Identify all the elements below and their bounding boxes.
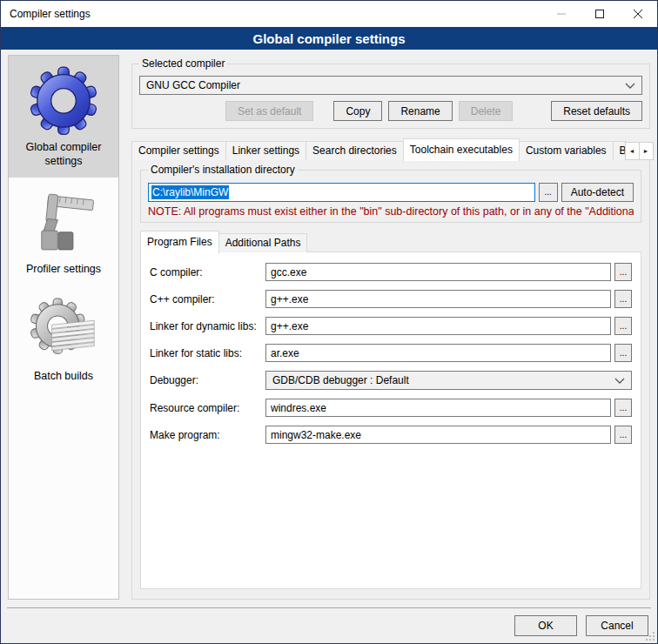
field-label: Linker for static libs: [150,347,265,359]
selected-compiler-group: Selected compiler GNU GCC Compiler Set a… [131,64,650,129]
dialog-footer: OK Cancel [7,607,651,643]
installation-note: NOTE: All programs must exist either in … [148,205,634,218]
resize-grip[interactable] [653,639,655,641]
scroll-left-icon: ◄ [629,148,635,154]
tab-scroll-left-button[interactable]: ◄ [625,142,640,160]
close-icon [634,10,642,18]
resource-compiler-input[interactable] [265,399,611,417]
compiler-settings-window: Compiler settings Global compiler settin… [0,0,658,644]
programs-notebook: Program Files Additional Paths C compile… [140,231,641,589]
compiler-button-row: Set as default Copy Rename Delete Reset … [139,101,642,121]
window-title: Compiler settings [1,8,542,20]
settings-sidebar: Global compiler settings Profiler set [8,55,119,600]
form-row-make-program: Make program: ... [150,426,632,444]
form-row-cpp-compiler: C++ compiler: ... [150,290,632,308]
dialog-body: Global compiler settings Profiler set [1,50,657,607]
c-compiler-input[interactable] [265,263,611,281]
dialog-header-title: Global compiler settings [252,31,405,46]
minimize-button[interactable] [542,1,581,27]
sidebar-item-label: Profiler settings [26,262,101,276]
field-label: C++ compiler: [150,293,265,305]
linker-static-input[interactable] [265,344,611,362]
minimize-icon [557,10,566,18]
installation-directory-legend: Compiler's installation directory [148,164,298,176]
cpp-compiler-browse-button[interactable]: ... [614,290,632,308]
tab-scroll-right-button[interactable]: ► [639,142,654,160]
installation-directory-group: Compiler's installation directory C:\ray… [140,170,641,223]
scroll-right-icon: ► [643,148,649,154]
field-label: C compiler: [150,266,265,278]
rename-button[interactable]: Rename [388,101,452,121]
toolchain-executables-page: Compiler's installation directory C:\ray… [131,159,650,600]
sidebar-item-batch-builds[interactable]: Batch builds [9,285,118,392]
debugger-select[interactable]: GDB/CDB debugger : Default [265,371,632,390]
make-program-input[interactable] [265,426,611,444]
subtab-additional-paths[interactable]: Additional Paths [218,233,308,252]
sidebar-item-label: Global compiler settings [10,140,117,169]
form-row-debugger: Debugger: GDB/CDB debugger : Default [150,371,632,390]
tab-linker-settings[interactable]: Linker settings [225,141,306,160]
field-label: Linker for dynamic libs: [150,320,265,332]
dialog-header: Global compiler settings [1,27,657,50]
close-button[interactable] [619,1,657,27]
compiler-select[interactable]: GNU GCC Compiler [139,76,642,95]
titlebar: Compiler settings [1,1,657,27]
sidebar-item-profiler-settings[interactable]: Profiler settings [9,178,118,285]
blue-gear-icon [27,64,100,137]
make-program-browse-button[interactable]: ... [614,426,632,444]
copy-button[interactable]: Copy [333,101,382,121]
settings-tab-bar: Compiler settings Linker settings Search… [131,138,650,160]
cpp-compiler-input[interactable] [265,290,611,308]
program-files-page: C compiler: ... C++ compiler: ... Linker… [140,252,641,589]
installation-browse-button[interactable]: ... [539,183,558,202]
programs-tab-bar: Program Files Additional Paths [140,231,641,252]
c-compiler-browse-button[interactable]: ... [614,263,632,281]
sidebar-item-label: Batch builds [34,369,93,383]
selected-compiler-legend: Selected compiler [139,57,227,70]
linker-static-browse-button[interactable]: ... [614,344,632,362]
field-label: Make program: [150,429,265,441]
ok-button[interactable]: OK [514,615,577,636]
linker-dynamic-input[interactable] [265,317,611,335]
field-label: Debugger: [150,374,265,386]
installation-path-input[interactable]: C:\raylib\MinGW [148,183,535,202]
auto-detect-button[interactable]: Auto-detect [561,183,634,202]
set-as-default-button[interactable]: Set as default [225,101,313,121]
caliper-icon [27,185,100,258]
cancel-button[interactable]: Cancel [586,615,648,636]
form-row-c-compiler: C compiler: ... [150,263,632,281]
debugger-select-value: GDB/CDB debugger : Default [272,374,614,386]
gray-gear-stack-icon [27,292,100,366]
tab-custom-variables[interactable]: Custom variables [519,141,614,160]
field-label: Resource compiler: [150,402,265,414]
form-row-linker-dynamic: Linker for dynamic libs: ... [150,317,632,335]
reset-defaults-button[interactable]: Reset defaults [551,101,642,121]
tab-search-directories[interactable]: Search directories [306,141,404,160]
tab-toolchain-executables[interactable]: Toolchain executables [403,138,520,161]
installation-path-row: C:\raylib\MinGW ... Auto-detect [148,183,634,202]
main-panel: Selected compiler GNU GCC Compiler Set a… [131,55,650,600]
delete-button[interactable]: Delete [459,101,514,121]
installation-path-value: C:\raylib\MinGW [151,185,229,199]
compiler-select-value: GNU GCC Compiler [146,79,625,91]
form-row-linker-static: Linker for static libs: ... [150,344,632,362]
subtab-program-files[interactable]: Program Files [140,231,219,253]
maximize-icon [595,10,604,18]
tab-compiler-settings[interactable]: Compiler settings [131,141,226,160]
form-row-resource-compiler: Resource compiler: ... [150,399,632,417]
linker-dynamic-browse-button[interactable]: ... [614,317,632,335]
resource-compiler-browse-button[interactable]: ... [614,399,632,417]
chevron-down-icon [614,378,625,384]
chevron-down-icon [625,83,635,89]
maximize-button[interactable] [581,1,619,27]
sidebar-item-global-compiler-settings[interactable]: Global compiler settings [9,56,118,178]
